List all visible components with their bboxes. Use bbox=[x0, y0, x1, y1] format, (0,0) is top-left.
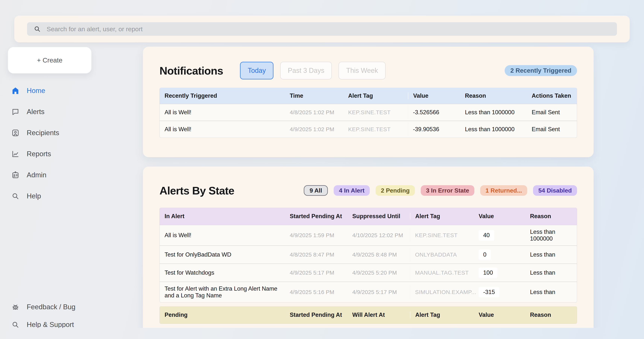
in-alert-table-header: In Alert Started Pending At Suppressed U… bbox=[160, 208, 577, 225]
value-cell: 100 bbox=[474, 264, 525, 281]
sidebar-item-label: Help bbox=[27, 192, 41, 200]
reason-cell: Less than 1000000 bbox=[460, 123, 527, 136]
filter-today-button[interactable]: Today bbox=[240, 62, 274, 79]
badge-in-alert[interactable]: 4 In Alert bbox=[334, 185, 370, 196]
search-input-wrap[interactable] bbox=[27, 22, 617, 36]
sidebar-item-label: Recipients bbox=[27, 129, 59, 137]
column-header: Will Alert At bbox=[348, 311, 410, 318]
column-header: Started Pending At bbox=[285, 213, 348, 220]
sidebar-item-home[interactable]: Home bbox=[8, 80, 113, 101]
reason-cell: Less than bbox=[525, 285, 577, 299]
column-header: Reason bbox=[460, 92, 527, 99]
sidebar-item-label: Admin bbox=[27, 171, 46, 179]
value-cell: 40 bbox=[474, 227, 525, 244]
search-input[interactable] bbox=[46, 25, 610, 33]
alert-name: Test for Watchdogs bbox=[160, 266, 285, 279]
actions-taken-cell: Email Sent bbox=[527, 123, 577, 136]
sidebar-item-help[interactable]: Help bbox=[8, 186, 113, 207]
badge-all[interactable]: 9 All bbox=[304, 185, 328, 196]
column-header: Reason bbox=[525, 213, 577, 220]
alert-name: Test for OnlyBadData WD bbox=[160, 248, 285, 261]
sidebar-item-label: Reports bbox=[27, 150, 51, 158]
reason-cell: Less than bbox=[525, 248, 577, 261]
alerts-by-state-title: Alerts By State bbox=[160, 184, 234, 197]
table-row[interactable]: All is Well! 4/9/2025 1:02 PM KEP.SINE.T… bbox=[160, 121, 577, 138]
value-cell: -39.90536 bbox=[408, 123, 460, 136]
pending-table: Pending Started Pending At Will Alert At… bbox=[160, 306, 577, 324]
search-bar-container bbox=[14, 16, 630, 42]
sidebar-item-label: Home bbox=[27, 87, 45, 95]
main-content: Notifications Today Past 3 Days This Wee… bbox=[143, 47, 594, 328]
notifications-table: Recently Triggered Time Alert Tag Value … bbox=[160, 88, 577, 138]
filter-this-week-button[interactable]: This Week bbox=[338, 62, 386, 79]
sidebar-item-reports[interactable]: Reports bbox=[8, 143, 113, 165]
started-pending-cell: 4/9/2025 5:17 PM bbox=[285, 266, 348, 279]
alert-tag-cell: SIMULATION.EXAMP... bbox=[410, 285, 474, 299]
column-header: Actions Taken bbox=[527, 92, 577, 99]
sidebar-item-help-support[interactable]: Help & Support bbox=[8, 316, 113, 328]
alert-name: Test for Alert with an Extra Long Alert … bbox=[160, 282, 285, 302]
filter-past-3-days-button[interactable]: Past 3 Days bbox=[280, 62, 332, 79]
column-header: Started Pending At bbox=[285, 311, 348, 318]
suppressed-until-cell: 4/9/2025 8:48 PM bbox=[348, 248, 410, 261]
create-button[interactable]: + Create bbox=[8, 47, 92, 73]
column-header: Alert Tag bbox=[410, 213, 474, 220]
sidebar-item-feedback-bug[interactable]: Feedback / Bug bbox=[8, 298, 113, 316]
badge-pending[interactable]: 2 Pending bbox=[376, 185, 415, 196]
suppressed-until-cell: 4/10/2025 12:02 PM bbox=[348, 229, 410, 242]
table-row[interactable]: All is Well! 4/9/2025 1:59 PM 4/10/2025 … bbox=[160, 225, 577, 245]
started-pending-cell: 4/9/2025 5:16 PM bbox=[285, 285, 348, 299]
value-cell: 0 bbox=[474, 246, 525, 263]
alerts-by-state-card: Alerts By State 9 All 4 In Alert 2 Pendi… bbox=[143, 167, 594, 328]
sidebar-item-recipients[interactable]: Recipients bbox=[8, 122, 113, 143]
recently-triggered-badge: 2 Recently Triggered bbox=[505, 65, 577, 76]
pending-table-header: Pending Started Pending At Will Alert At… bbox=[160, 306, 577, 323]
alert-tag-cell: KEP.SINE.TEST bbox=[343, 123, 408, 136]
time-cell: 4/8/2025 1:02 PM bbox=[285, 106, 343, 119]
in-alert-table: In Alert Started Pending At Suppressed U… bbox=[160, 208, 577, 302]
table-row[interactable]: Test for Watchdogs 4/9/2025 5:17 PM 4/9/… bbox=[160, 263, 577, 282]
alert-name: All is Well! bbox=[160, 106, 285, 119]
id-badge-icon bbox=[11, 171, 20, 180]
badge-returned[interactable]: 1 Returned... bbox=[480, 185, 527, 196]
sidebar-item-label: Alerts bbox=[27, 108, 44, 116]
sidebar-nav: Home Alerts Recipients Reports Admin bbox=[8, 80, 113, 207]
column-header: In Alert bbox=[160, 213, 285, 220]
sidebar-item-alerts[interactable]: Alerts bbox=[8, 101, 113, 122]
column-header: Recently Triggered bbox=[160, 92, 285, 99]
value-cell: -315 bbox=[474, 283, 525, 301]
column-header: Pending bbox=[160, 311, 285, 318]
notifications-title: Notifications bbox=[160, 64, 223, 77]
reason-cell: Less than 1000000 bbox=[525, 225, 577, 245]
actions-taken-cell: Email Sent bbox=[527, 106, 577, 119]
alert-tag-cell: KEP.SINE.TEST bbox=[343, 106, 408, 119]
sidebar-item-admin[interactable]: Admin bbox=[8, 165, 113, 186]
alert-tag-cell: ONLYBADDATA bbox=[410, 248, 474, 261]
table-row[interactable]: All is Well! 4/8/2025 1:02 PM KEP.SINE.T… bbox=[160, 104, 577, 121]
alert-name: All is Well! bbox=[160, 123, 285, 136]
sidebar-item-label: Feedback / Bug bbox=[27, 303, 76, 311]
line-chart-icon bbox=[11, 149, 20, 158]
search-icon bbox=[34, 25, 41, 33]
alert-tag-cell: KEP.SINE.TEST bbox=[410, 229, 474, 242]
column-header: Value bbox=[474, 311, 525, 318]
table-row[interactable]: Test for OnlyBadData WD 4/8/2025 8:47 PM… bbox=[160, 245, 577, 263]
app-viewport: + Create Home Alerts Recipients Reports bbox=[0, 0, 644, 328]
suppressed-until-cell: 4/9/2025 5:17 PM bbox=[348, 285, 410, 299]
home-icon bbox=[11, 86, 20, 95]
magnifier-icon bbox=[11, 192, 20, 201]
magnifier-icon bbox=[11, 320, 20, 328]
column-header: Value bbox=[408, 92, 460, 99]
column-header: Alert Tag bbox=[410, 311, 474, 318]
notifications-table-header: Recently Triggered Time Alert Tag Value … bbox=[160, 88, 577, 104]
alert-tag-cell: MANUAL.TAG.TEST bbox=[410, 266, 474, 279]
column-header: Value bbox=[474, 213, 525, 220]
table-row[interactable]: Test for Alert with an Extra Long Alert … bbox=[160, 282, 577, 302]
alert-name: All is Well! bbox=[160, 228, 285, 242]
column-header: Suppressed Until bbox=[348, 213, 410, 220]
notifications-card: Notifications Today Past 3 Days This Wee… bbox=[143, 47, 594, 157]
column-header: Time bbox=[285, 92, 343, 99]
sidebar-footer: Feedback / Bug Help & Support bbox=[8, 298, 113, 328]
badge-disabled[interactable]: 54 Disabled bbox=[533, 185, 577, 196]
badge-in-error-state[interactable]: 3 In Error State bbox=[421, 185, 474, 196]
